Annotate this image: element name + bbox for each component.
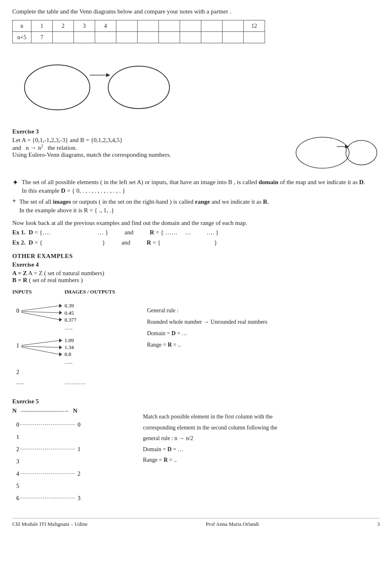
svg-text:5: 5 — [16, 483, 19, 489]
page-footer: Clil Module ITI Malignani – Udine Prof A… — [12, 518, 380, 527]
exercise3-line1: Let A = {0,1,-1,2,3,-3} and B = {0,1,2,3… — [12, 137, 290, 144]
table-cell-r2-8 — [180, 32, 201, 43]
exercise4-section: Exercise 4 A = Z A = Z ( set of natural … — [12, 261, 380, 390]
ex5-description: Match each possible element in the first… — [143, 412, 282, 444]
venn-svg-ex3 — [290, 132, 380, 173]
table-cell-r2-2 — [53, 32, 74, 43]
exercise3-title: Exercise 3 — [12, 128, 290, 135]
table-row2-label: n+5 — [13, 32, 31, 43]
table-cell-r1-1: 1 — [31, 20, 53, 32]
svg-text:0.45: 0.45 — [65, 310, 74, 316]
table-cell-r1-5 — [116, 20, 138, 32]
table-cell-r2-4 — [95, 32, 116, 43]
exercise5-section: Exercise 5 N ————————→ N 0 1 2 — [12, 398, 380, 506]
table-cell-r2-7 — [159, 32, 180, 43]
svg-text:0: 0 — [78, 422, 80, 428]
svg-text:0.8: 0.8 — [65, 351, 71, 357]
svg-text:2: 2 — [16, 369, 19, 375]
ex5-right: Match each possible element in the first… — [143, 412, 282, 466]
exercise3-line3: Using Eulero-Venn diagrams, match the co… — [12, 151, 290, 158]
range-bullet-symbol: + — [12, 198, 16, 205]
svg-text:2: 2 — [16, 446, 19, 452]
svg-text:3: 3 — [16, 458, 19, 465]
exercise4-a: A = Z A = Z ( set of natural numbers) — [12, 270, 380, 277]
exercise4-b: B = R ( set of real numbers ) — [12, 277, 380, 284]
general-rule-label: General rule : — [147, 305, 267, 316]
ex2-and: and — [121, 239, 130, 246]
ex5-left: N ————————→ N 0 1 2 3 4 5 6 — [12, 407, 127, 506]
domain-example: In this example D = { 0, . , . , . , . ,… — [22, 187, 380, 194]
venn-svg-1 — [12, 51, 184, 116]
ex2-row: Ex 2. D = { } and R = { } — [12, 239, 380, 246]
svg-line-9 — [21, 306, 59, 311]
range-line: Range = R = .. — [147, 339, 267, 351]
svg-text:0: 0 — [16, 422, 19, 428]
svg-text:0.377: 0.377 — [65, 317, 77, 323]
svg-marker-12 — [59, 311, 62, 315]
table-cell-r1-3: 3 — [74, 20, 95, 32]
range-bullet-section: + The set of all images or outputs ( in … — [12, 198, 380, 214]
table-cell-r2-9 — [201, 32, 223, 43]
mapping-diagram: INPUTS IMAGES / OUTPUTS 0 — [12, 289, 122, 390]
svg-text:0.39: 0.39 — [65, 303, 74, 309]
svg-line-24 — [21, 347, 59, 354]
table-cell-r1-6 — [138, 20, 159, 32]
table-cell-r2-3 — [74, 32, 95, 43]
svg-text:4: 4 — [16, 471, 19, 477]
svg-text:…………: ………… — [65, 379, 86, 385]
ex5-range: Range = R = .. — [143, 455, 282, 466]
footer-right: 3 — [377, 521, 380, 527]
table-cell-r1-2: 2 — [53, 20, 74, 32]
ex1-r: R = { …… … …. } — [150, 229, 219, 236]
table-cell-r2-11 — [244, 32, 265, 43]
ex2-label: Ex 2. D = { } — [12, 239, 105, 246]
table-cell-r1-7 — [159, 20, 180, 32]
table-cell-r2-10 — [223, 32, 244, 43]
svg-text:0: 0 — [16, 308, 19, 314]
ex5-mapping-svg: 0 1 2 3 4 5 6 0 1 2 3 — [12, 418, 118, 504]
ex5-domain: Domain = D = … — [143, 444, 282, 455]
range-bullet-text: The set of all images or outputs ( in th… — [19, 198, 380, 205]
domain-bullet-section: ✦ The set of all possible elements ( in … — [12, 179, 380, 194]
ex5-n-right: N — [73, 407, 78, 414]
exercise5-title: Exercise 5 — [12, 398, 380, 405]
svg-text:1.09: 1.09 — [65, 337, 74, 343]
svg-text:1: 1 — [16, 343, 19, 349]
svg-text:1: 1 — [78, 446, 80, 452]
svg-line-11 — [21, 311, 59, 313]
general-rule-box: General rule : Rounded whole number → Un… — [147, 305, 267, 351]
ex5-n-left: N — [12, 407, 17, 414]
svg-text:…..: ….. — [65, 359, 73, 365]
venn-diagram-1 — [12, 51, 380, 116]
table-cell-r2-5 — [116, 32, 138, 43]
svg-text:2: 2 — [78, 471, 80, 477]
table-cell-r1-9 — [201, 20, 223, 32]
svg-marker-23 — [59, 345, 62, 349]
svg-text:6: 6 — [16, 495, 19, 501]
outputs-label: IMAGES / OUTPUTS — [65, 289, 115, 295]
svg-text:….: …. — [16, 379, 24, 385]
table-cell-r1-4: 4 — [95, 20, 116, 32]
svg-line-20 — [21, 340, 59, 345]
svg-marker-14 — [59, 318, 62, 322]
ex5-arrow: ————————→ — [20, 408, 70, 414]
footer-center: Prof Anna Maria Orlandi — [206, 521, 259, 527]
domain-line: Domain = D = … — [147, 328, 267, 339]
ex1-and: and — [125, 229, 134, 236]
svg-point-0 — [24, 65, 90, 110]
table-cell-r1-11: 12 — [244, 20, 265, 32]
table-cell-r1-10 — [223, 20, 244, 32]
table-cell-r1-8 — [180, 20, 201, 32]
now-look-text: Now look back at all the previous exampl… — [12, 220, 380, 227]
svg-marker-21 — [59, 338, 62, 343]
domain-bullet-symbol: ✦ — [12, 178, 18, 187]
svg-text:3: 3 — [78, 495, 80, 501]
exercise3-line2: and n → n2 the relation. — [12, 144, 290, 151]
svg-point-1 — [108, 66, 169, 109]
table-row1-label: n — [13, 20, 31, 32]
domain-bullet-text: The set of all possible elements ( in th… — [22, 179, 380, 186]
inputs-label: INPUTS — [12, 289, 32, 295]
exercise4-title: Exercise 4 — [12, 261, 380, 268]
svg-text:1.34: 1.34 — [65, 344, 74, 350]
svg-line-22 — [21, 346, 59, 347]
